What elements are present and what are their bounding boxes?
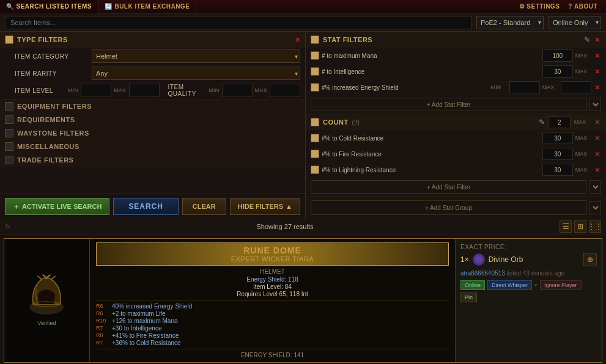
stat-mana-value-input[interactable] (542, 49, 573, 62)
type-filters-section: Type Filters × Item Category Helmet (0, 32, 305, 100)
stat-int-remove[interactable]: × (594, 67, 601, 76)
add-stat-type-select[interactable]: ▾ (589, 98, 601, 111)
stat-int-value-input[interactable] (542, 65, 573, 78)
exact-price-value: 1× Divine Orb ⊕ (460, 253, 597, 266)
type-filters-header[interactable]: Type Filters × (0, 32, 305, 48)
add-stat-filter-row: + Add Stat Filter ▾ (306, 95, 606, 114)
add-stat-filter-button[interactable]: + Add Stat Filter (311, 98, 586, 111)
tab-bulk-item-exchange[interactable]: 🔄 Bulk Item Exchange (98, 0, 196, 13)
pin-button[interactable]: Pin (460, 293, 477, 302)
item-category-select[interactable]: Helmet (92, 49, 300, 63)
seller-buttons: Online Direct Whisper ▾ Ignore Player Pi… (460, 280, 597, 302)
trade-filters-header[interactable]: Trade Filters (0, 153, 305, 167)
online-status-button[interactable]: Online (460, 280, 485, 290)
waystone-filters-header[interactable]: Waystone Filters (0, 126, 305, 140)
stat-fire-remove[interactable]: × (594, 150, 601, 158)
item-quality-max-input[interactable] (270, 84, 300, 97)
stat-lightning-max-label: MAX (575, 167, 591, 173)
search-button[interactable]: Search (113, 198, 178, 215)
count-filters-section: Count (?) ✎ MAX × #% to Cold Resistance … (306, 114, 606, 197)
stat-fire-value-input[interactable] (542, 148, 573, 160)
seller-info: atra66666#0513 listed 43 minutes ago (460, 270, 597, 277)
view-options-button[interactable]: ⋮⋮ (589, 220, 601, 233)
tab-search-listed-items[interactable]: 🔍 Search Listed Items (0, 0, 98, 13)
trade-filters-checkbox[interactable] (5, 156, 13, 164)
direct-whisper-button[interactable]: Direct Whisper (487, 280, 532, 290)
item-verified-label: Verified (37, 320, 56, 326)
count-checkbox[interactable] (311, 118, 319, 126)
stat-fire-max-label: MAX (575, 151, 591, 157)
mod-1-tier: R6 (96, 310, 108, 317)
stat-es-remove[interactable]: × (594, 83, 601, 92)
type-filters-close[interactable]: × (295, 35, 300, 44)
equipment-filters-checkbox[interactable] (5, 102, 13, 111)
stat-filters-close[interactable]: × (594, 35, 601, 44)
stat-es-min-input[interactable] (509, 81, 540, 93)
count-edit-icon[interactable]: ✎ (539, 118, 545, 126)
miscellaneous-checkbox[interactable] (5, 142, 13, 151)
stat-filters-edit-icon[interactable]: ✎ (584, 35, 590, 44)
item-level-max-input[interactable] (129, 84, 160, 97)
trade-filters-title: Trade Filters (17, 156, 73, 164)
item-level-min-input[interactable] (81, 84, 111, 97)
stat-lightning-checkbox[interactable] (311, 166, 319, 174)
miscellaneous-header[interactable]: Miscellaneous (0, 140, 305, 153)
type-filters-checkbox[interactable] (5, 35, 13, 44)
ignore-player-button[interactable]: Ignore Player (540, 280, 582, 290)
item-quality-min-input[interactable] (222, 84, 253, 97)
mod-5-tier: R7 (96, 340, 108, 346)
stat-lightning-label: #% to Lightning Resistance (322, 167, 540, 173)
waystone-filters-checkbox[interactable] (5, 129, 13, 137)
add-stat-group-button[interactable]: + Add Stat Group (311, 200, 586, 215)
requirements-header[interactable]: Requirements (0, 113, 305, 126)
item-rarity-select[interactable]: Any (92, 67, 300, 80)
league-select[interactable]: PoE2 - Standard (476, 16, 544, 29)
item-quality-minmax: MIN MAX (209, 84, 300, 97)
stat-filters-checkbox[interactable] (311, 35, 319, 44)
add-stat-group-type-select[interactable]: ▾ (589, 201, 601, 214)
about-button[interactable]: ? About (564, 3, 601, 10)
left-filters-bottom: ＋ Activate Live Search Search Clear Hide… (0, 194, 305, 219)
stat-mana-checkbox[interactable] (311, 51, 319, 60)
stat-es-max-input[interactable] (561, 81, 591, 93)
stat-mana-remove[interactable]: × (594, 51, 601, 60)
stat-cold-checkbox[interactable] (311, 134, 319, 142)
refresh-results-icon[interactable]: ↻ (5, 222, 10, 230)
clear-button[interactable]: Clear (182, 198, 226, 215)
count-value-input[interactable] (549, 116, 571, 128)
online-select-wrapper: Online Only (549, 16, 601, 29)
count-remove[interactable]: × (594, 118, 601, 126)
price-copy-icon[interactable]: ⊕ (583, 253, 597, 266)
stat-row-lightning: #% to Lightning Resistance MAX × (306, 162, 606, 178)
stat-cold-value-input[interactable] (542, 132, 573, 144)
search-tab-label: Search Listed Items (17, 3, 92, 10)
add-stat-filter-count-button[interactable]: + Add Stat Filter (311, 180, 586, 194)
right-filters-panel: Stat Filters ✎ × # to maximum Mana MAX × (306, 32, 606, 219)
equipment-filters-header[interactable]: Equipment Filters (0, 100, 305, 113)
stat-fire-checkbox[interactable] (311, 150, 319, 158)
count-tooltip-icon[interactable]: (?) (352, 119, 360, 126)
search-tab-icon: 🔍 (6, 3, 14, 10)
stat-lightning-remove[interactable]: × (594, 166, 601, 174)
search-input[interactable] (5, 16, 471, 29)
stat-es-checkbox[interactable] (311, 83, 319, 92)
settings-button[interactable]: ⚙ Settings (515, 3, 564, 10)
view-grid-button[interactable]: ⊞ (574, 220, 586, 233)
item-level-minmax: MIN MAX (68, 84, 160, 97)
online-select[interactable]: Online Only (549, 16, 601, 29)
stat-lightning-value-input[interactable] (542, 164, 573, 176)
requirements-checkbox[interactable] (5, 115, 13, 124)
results-view-icons: ☰ ⊞ ⋮⋮ (560, 220, 601, 233)
activate-live-search-button[interactable]: ＋ Activate Live Search (5, 198, 109, 215)
view-list-button[interactable]: ☰ (560, 220, 572, 233)
question-icon: ? (568, 3, 572, 10)
type-filters-title: Type Filters (17, 36, 292, 43)
mod-0-tier: R6 (96, 303, 108, 310)
add-count-stat-type-select[interactable]: ▾ (589, 180, 601, 194)
item-rarity-row: Item Rarity Any (0, 65, 305, 82)
item-mod-4: R8 +41% to Fire Resistance (96, 332, 449, 339)
stat-filters-header: Stat Filters ✎ × (306, 32, 606, 48)
hide-filters-button[interactable]: Hide Filters ▲ (230, 198, 300, 215)
stat-cold-remove[interactable]: × (594, 134, 601, 142)
stat-int-checkbox[interactable] (311, 67, 319, 76)
